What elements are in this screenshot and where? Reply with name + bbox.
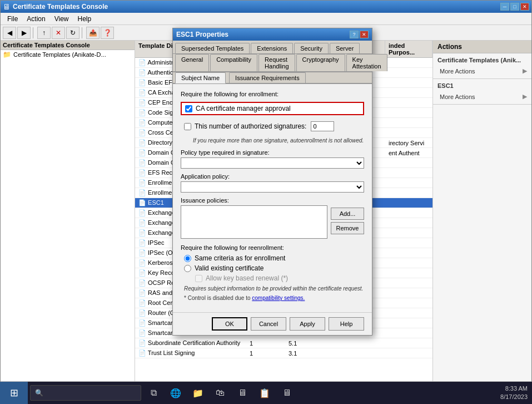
- taskbar-ie[interactable]: 🌐: [166, 383, 186, 403]
- ca-approval-label: CA certificate manager approval: [196, 105, 291, 112]
- tab-server[interactable]: Server: [330, 43, 360, 53]
- tab-extensions[interactable]: Extensions: [251, 43, 293, 53]
- taskbar-app1[interactable]: 🖥: [232, 383, 252, 403]
- toolbar-separator-1: [33, 27, 35, 38]
- menu-file[interactable]: File: [3, 14, 22, 24]
- minimize-button[interactable]: ─: [500, 3, 509, 11]
- tab-security[interactable]: Security: [294, 43, 329, 53]
- taskbar-app2[interactable]: 📋: [255, 383, 275, 403]
- tab-subject-name[interactable]: Subject Name: [175, 72, 226, 83]
- sigs-note: If you require more than one signature, …: [193, 137, 364, 144]
- allow-renewal-row[interactable]: Allow key based renewal (*): [181, 274, 364, 282]
- action-more-actions-esc1[interactable]: More Actions ▶: [433, 91, 531, 102]
- dialog-close-button[interactable]: ✕: [360, 31, 369, 38]
- toolbar-stop[interactable]: ✕: [52, 27, 65, 39]
- actions-section-templates: Certificate Templates (Anik... More Acti…: [433, 53, 531, 79]
- auth-sigs-checkbox[interactable]: [184, 123, 191, 130]
- remove-button[interactable]: Remove: [331, 222, 364, 234]
- application-policy-dropdown[interactable]: [181, 181, 364, 193]
- left-panel: Certificate Templates Console 📁 Certific…: [1, 41, 135, 381]
- taskbar-store[interactable]: 🛍: [210, 383, 230, 403]
- window-title: Certificate Templates Console: [13, 3, 500, 11]
- tree-item-root[interactable]: 📁 Certificate Templates (Anikate-D...: [1, 50, 135, 59]
- same-criteria-radio[interactable]: [184, 255, 191, 262]
- dialog-title-text: ESC1 Properties: [176, 31, 350, 38]
- app-icon: 🖥: [3, 2, 11, 11]
- policy-type-dropdown[interactable]: [181, 157, 364, 169]
- cell-purpose: ent Authent: [385, 149, 432, 157]
- toolbar-help[interactable]: ❓: [101, 27, 114, 39]
- dialog-title-bar: ESC1 Properties ? ✕: [173, 28, 372, 41]
- cell-v: 1: [246, 339, 285, 348]
- actions-section-esc1: ESC1 More Actions ▶: [433, 79, 531, 105]
- add-button[interactable]: Add...: [331, 208, 364, 220]
- taskbar-task-view[interactable]: ⧉: [143, 383, 163, 403]
- help-button[interactable]: Help: [329, 317, 364, 331]
- tab-request-handling[interactable]: Request Handling: [258, 54, 295, 71]
- table-row[interactable]: 📄 Trust List Signing 1 3.1: [135, 348, 432, 358]
- tab-key-attestation[interactable]: Key Attestation: [346, 54, 387, 71]
- reenrollment-label: Require the following for reenrollment:: [181, 244, 364, 251]
- tree-header-label: Certificate Templates Console: [3, 42, 90, 48]
- compat-link[interactable]: compatibility settings.: [252, 295, 305, 301]
- apply-button[interactable]: Apply: [290, 317, 325, 331]
- toolbar-export[interactable]: 📤: [86, 27, 100, 39]
- right-panel: Actions Certificate Templates (Anik... M…: [432, 41, 531, 381]
- cell-name: 📄 Subordinate Certification Authority: [135, 338, 246, 348]
- auth-sigs-row[interactable]: This number of authorized signatures:: [181, 120, 364, 133]
- toolbar-up[interactable]: ↑: [37, 27, 51, 39]
- taskbar-clock: 8:33 AM 8/17/2023: [500, 385, 528, 402]
- taskbar-file-explorer[interactable]: 📁: [188, 383, 208, 403]
- toolbar-back[interactable]: ◀: [3, 27, 16, 39]
- same-criteria-row[interactable]: Same criteria as for enrollment: [181, 254, 364, 262]
- auth-sigs-input[interactable]: [311, 121, 334, 131]
- tab-general[interactable]: General: [175, 54, 209, 71]
- cell-purpose: [385, 92, 432, 94]
- dialog-tab-row3: Subject Name Issuance Requirements: [173, 72, 372, 84]
- col-purpose[interactable]: inded Purpos...: [385, 41, 432, 57]
- issuance-policies-area: Add... Remove: [181, 205, 364, 239]
- ca-approval-checkbox[interactable]: [185, 105, 192, 112]
- cancel-button[interactable]: Cancel: [251, 317, 286, 331]
- dialog-tab-row1: Superseded Templates Extensions Security…: [173, 41, 372, 54]
- taskbar-right: 8:33 AM 8/17/2023: [500, 385, 532, 402]
- start-button[interactable]: ⊞: [0, 382, 28, 404]
- toolbar-refresh[interactable]: ↻: [66, 27, 79, 39]
- cell-purpose: [385, 182, 432, 184]
- policy-type-dropdown-wrapper: [181, 157, 364, 169]
- close-button[interactable]: ✕: [520, 3, 529, 11]
- table-row[interactable]: 📄 Subordinate Certification Authority 1 …: [135, 338, 432, 348]
- action-arrow-esc1-icon: ▶: [523, 93, 527, 100]
- taskbar-date-display: 8/17/2023: [500, 393, 528, 401]
- tab-superseded-templates[interactable]: Superseded Templates: [175, 43, 250, 53]
- menu-help[interactable]: Help: [73, 14, 96, 24]
- issuance-listbox[interactable]: [181, 205, 327, 239]
- maximize-button[interactable]: □: [510, 3, 519, 11]
- cell-name: 📄 Trust List Signing: [135, 348, 246, 358]
- valid-cert-row[interactable]: Valid existing certificate: [181, 264, 364, 272]
- dialog-title-buttons: ? ✕: [350, 31, 369, 38]
- taskbar-app3[interactable]: 🖥: [277, 383, 297, 403]
- tree-header: Certificate Templates Console: [1, 41, 135, 50]
- application-policy-dropdown-wrapper: [181, 181, 364, 193]
- cell-purpose: [385, 112, 432, 114]
- dialog-help-button[interactable]: ?: [350, 31, 359, 38]
- ca-approval-row[interactable]: CA certificate manager approval: [181, 102, 364, 115]
- folder-icon: 📁: [3, 51, 11, 58]
- tab-issuance-requirements[interactable]: Issuance Requirements: [229, 72, 306, 83]
- menu-action[interactable]: Action: [22, 14, 49, 24]
- taskbar-icons: ⧉ 🌐 📁 🛍 🖥 📋 🖥: [143, 383, 297, 403]
- allow-renewal-label: Allow key based renewal (*): [206, 274, 288, 282]
- allow-renewal-checkbox[interactable]: [195, 275, 202, 282]
- search-bar[interactable]: 🔍: [30, 385, 141, 401]
- toolbar-forward[interactable]: ▶: [17, 27, 31, 39]
- cell-purpose: [385, 82, 432, 84]
- ok-button[interactable]: OK: [212, 317, 247, 331]
- tab-cryptography[interactable]: Cryptography: [296, 54, 345, 71]
- menu-view[interactable]: View: [50, 14, 73, 24]
- action-more-actions-templates[interactable]: More Actions ▶: [433, 66, 531, 76]
- cell-purpose: 3.1: [285, 349, 432, 358]
- tab-compatibility[interactable]: Compatibility: [210, 54, 257, 71]
- action-arrow-icon: ▶: [523, 67, 527, 75]
- valid-cert-radio[interactable]: [184, 265, 191, 272]
